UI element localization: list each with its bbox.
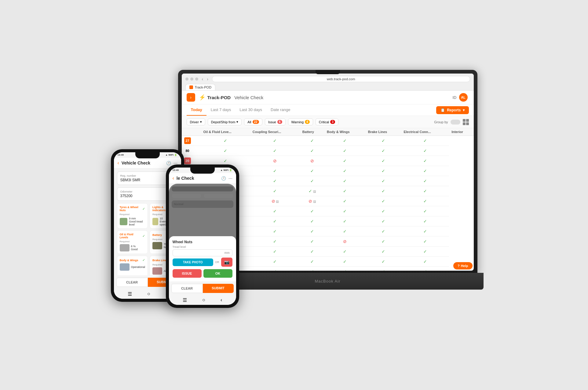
- tab-last7[interactable]: Last 7 days: [206, 104, 236, 116]
- col-electrical[interactable]: Electrical Conn...: [401, 128, 449, 136]
- phone1-menu-icon[interactable]: ☰: [128, 291, 132, 297]
- grid-view-icon[interactable]: [463, 119, 469, 125]
- tab-today[interactable]: Today: [187, 104, 206, 116]
- tab-last30[interactable]: Last 30 days: [235, 104, 266, 116]
- phone2-back-nav-icon[interactable]: ‹: [221, 297, 222, 303]
- row-col-3: ✓: [324, 206, 366, 216]
- phone2-screen: 13:49 ▲ WiFi 🔋 ‹ le Check 🕐 ⋯ No: [169, 168, 236, 305]
- phone2-back-icon[interactable]: ‹: [173, 175, 174, 181]
- table-row[interactable]: 80✓✓✓✓✓✓: [182, 146, 474, 156]
- col-battery[interactable]: Battery: [300, 128, 324, 136]
- camera-gallery-btn[interactable]: 📷: [221, 258, 232, 267]
- row-col-4: ✓: [366, 146, 401, 156]
- phone2-more-icon[interactable]: ⋯: [228, 176, 232, 181]
- issue-count-badge: 6: [277, 120, 282, 124]
- check-oil-label: Oil & Fluid Levels: [120, 233, 143, 239]
- issue-btn[interactable]: ISSUE: [173, 269, 202, 278]
- row-col-1: ⊘ 🖼: [250, 196, 300, 206]
- phone2-time: 13:49: [173, 169, 179, 172]
- reports-button[interactable]: 📋 Reports ▾: [436, 106, 469, 114]
- phone2-home-icon[interactable]: ○: [202, 297, 205, 303]
- ok-btn[interactable]: OK: [203, 269, 232, 278]
- phone1-title: Vehicle Check: [122, 161, 164, 165]
- col-body[interactable]: Body & Wings: [324, 128, 366, 136]
- row-col-4: ✓: [366, 176, 401, 186]
- row-num: 27: [182, 136, 201, 146]
- help-button[interactable]: ? Help: [453, 262, 473, 269]
- phone1-back-icon[interactable]: ‹: [118, 160, 119, 166]
- max-dot[interactable]: [195, 78, 198, 81]
- row-col-4: ✓: [366, 206, 401, 216]
- row-col-1: ✓: [250, 257, 300, 267]
- phone2-submit-btn[interactable]: SUBMIT: [203, 284, 234, 293]
- row-col-3: ✓: [324, 146, 366, 156]
- row-col-2: ✓: [300, 216, 324, 226]
- row-col-1: ✓: [250, 267, 300, 271]
- col-coupling[interactable]: Coupling Securi...: [250, 128, 300, 136]
- check-body-detail1: Operational: [131, 265, 145, 269]
- tread-input[interactable]: mm: [173, 249, 232, 256]
- row-col-4: ✓: [366, 156, 401, 166]
- sidebar-toggle-btn[interactable]: ›: [187, 93, 195, 102]
- check-tyres[interactable]: Tyres & Wheel Nuts ✓ Required 9 mm Good …: [117, 203, 148, 229]
- depot-filter-btn[interactable]: Depot/Ship from ▾: [208, 118, 242, 125]
- back-arrow-icon[interactable]: ‹: [201, 77, 205, 81]
- address-bar[interactable]: web.track-pod.com: [212, 76, 470, 82]
- phone2-notch: [190, 168, 215, 174]
- row-col-0: ✓: [201, 136, 250, 146]
- col-interior[interactable]: Interior: [449, 128, 473, 136]
- groupby-toggle[interactable]: [451, 120, 460, 125]
- reports-chevron-icon: ▾: [463, 108, 465, 112]
- phone2-history-icon[interactable]: 🕐: [221, 176, 226, 181]
- phone1-clear-btn[interactable]: CLEAR: [116, 278, 148, 287]
- check-body-label: Body & Wings: [120, 259, 138, 262]
- browser-tab[interactable]: Track-POD: [185, 84, 216, 90]
- row-col-4: ✓: [366, 237, 401, 247]
- row-col-2: ✓: [300, 176, 324, 186]
- table-row[interactable]: 27✓✓✓✓✓✓: [182, 136, 474, 146]
- check-body-status-icon: ✓: [142, 258, 145, 262]
- check-tyres-thumb: [120, 218, 128, 225]
- check-oil-detail1: 6 %: [131, 245, 138, 248]
- min-dot[interactable]: [190, 78, 193, 81]
- row-col-5: ✓: [401, 136, 449, 146]
- phone2-modal-sheet: Wheel Nuts Tread level mm TAKE PHOTO OR …: [169, 236, 236, 281]
- driver-filter-btn[interactable]: Driver ▾: [187, 118, 205, 125]
- all-filter-btn[interactable]: All 22: [244, 118, 262, 125]
- row-col-5: ✓: [401, 176, 449, 186]
- row-col-2: ✓: [300, 247, 324, 257]
- col-oil[interactable]: Oil & Fluid Leve...: [201, 128, 250, 136]
- row-col-3: ✓: [324, 226, 366, 237]
- check-oil[interactable]: Oil & Fluid Levels ✓ Required 6 % Good: [117, 230, 148, 254]
- check-body[interactable]: Body & Wings ✓ Operational: [117, 256, 148, 275]
- history-icon[interactable]: 🕐: [166, 161, 171, 165]
- col-brake[interactable]: Brake Lines: [366, 128, 401, 136]
- user-avatar[interactable]: AL: [459, 93, 468, 102]
- critical-label: Critical: [319, 120, 329, 124]
- row-col-2: ⊘ 🖼: [300, 196, 324, 206]
- close-dot[interactable]: [185, 78, 188, 81]
- row-col-2: ✓: [300, 257, 324, 267]
- phone2-menu-icon[interactable]: ☰: [183, 297, 187, 303]
- row-col-1: ✓: [250, 136, 300, 146]
- row-col-3: ✓: [324, 136, 366, 146]
- browser-tabs: Track-POD: [185, 84, 470, 90]
- row-col-4: ✓: [366, 196, 401, 206]
- forward-arrow-icon[interactable]: ›: [206, 77, 210, 81]
- warning-filter-btn[interactable]: Warning 4: [288, 118, 313, 125]
- phone2-clear-btn[interactable]: CLEAR: [171, 284, 203, 293]
- take-photo-btn[interactable]: TAKE PHOTO: [173, 258, 214, 266]
- check-tyres-status-icon: ✓: [142, 207, 145, 211]
- row-col-1: ✓: [250, 226, 300, 237]
- tab-daterange[interactable]: Date range: [266, 104, 294, 116]
- check-battery-thumb: [152, 242, 162, 249]
- check-body-header: Body & Wings ✓: [120, 258, 145, 262]
- issue-filter-btn[interactable]: Issue 6: [265, 118, 286, 125]
- row-col-2: ✓: [300, 226, 324, 237]
- row-col-5: ✓: [401, 247, 449, 257]
- app-name: Track-POD: [207, 95, 231, 100]
- row-col-2: ✓: [300, 166, 324, 176]
- critical-filter-btn[interactable]: Critical 3: [316, 118, 338, 125]
- phone1-home-icon[interactable]: ○: [147, 291, 150, 297]
- row-col-5: ✓: [401, 237, 449, 247]
